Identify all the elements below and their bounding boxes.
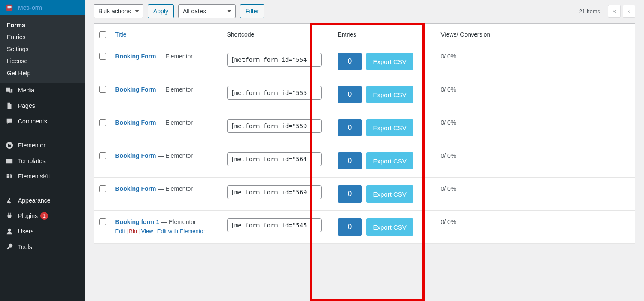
- row-checkbox[interactable]: [99, 218, 106, 225]
- entries-count[interactable]: 0: [338, 119, 362, 136]
- sidebar-item-plugins[interactable]: Plugins1: [0, 208, 85, 224]
- form-title-link[interactable]: Booking form 1: [115, 218, 160, 225]
- sidebar-submenu: Forms Entries Settings License Get Help: [0, 15, 85, 83]
- row-checkbox[interactable]: [99, 119, 106, 126]
- sidebar-item-label: Elementor: [18, 142, 46, 149]
- sidebar-item-metform[interactable]: MetForm: [0, 0, 85, 15]
- appearance-icon: [5, 196, 14, 205]
- form-state: — Elementor: [156, 86, 193, 93]
- elementor-icon: [5, 141, 14, 150]
- bulk-actions-select[interactable]: Bulk actions: [94, 4, 143, 18]
- submenu-get-help[interactable]: Get Help: [0, 67, 85, 79]
- submenu-license[interactable]: License: [0, 55, 85, 67]
- export-csv-button[interactable]: Export CSV: [366, 152, 413, 169]
- sidebar-item-tools[interactable]: Tools: [0, 239, 85, 255]
- entries-count[interactable]: 0: [338, 86, 362, 103]
- sidebar-item-label: Templates: [18, 157, 46, 164]
- page-first-button[interactable]: «: [608, 5, 621, 18]
- sidebar-item-comments[interactable]: Comments: [0, 114, 85, 129]
- views-value: 0/ 0%: [437, 45, 635, 78]
- select-all-checkbox[interactable]: [99, 31, 106, 38]
- pages-icon: [5, 101, 14, 110]
- action-edit[interactable]: Edit: [115, 228, 125, 234]
- export-csv-button[interactable]: Export CSV: [366, 185, 413, 203]
- sidebar-item-label: Plugins: [18, 212, 38, 219]
- sidebar-item-users[interactable]: Users: [0, 224, 85, 239]
- table-row: Booking Form — Elementor0Export CSV0/ 0%: [94, 78, 635, 111]
- shortcode-field[interactable]: [227, 119, 322, 133]
- action-edit-elementor[interactable]: Edit with Elementor: [157, 228, 205, 234]
- sidebar-item-elementor[interactable]: Elementor: [0, 138, 85, 153]
- sidebar-item-label: Users: [18, 228, 34, 235]
- entries-count[interactable]: 0: [338, 218, 362, 236]
- sidebar-item-label: Tools: [18, 243, 32, 250]
- row-checkbox[interactable]: [99, 86, 106, 93]
- col-checkbox: [94, 24, 111, 45]
- page-prev-button[interactable]: ‹: [623, 5, 635, 18]
- submenu-entries[interactable]: Entries: [0, 31, 85, 43]
- form-title-link[interactable]: Booking Form: [115, 86, 156, 93]
- table-row: Booking Form — Elementor0Export CSV0/ 0%: [94, 111, 635, 144]
- action-bin[interactable]: Bin: [129, 228, 137, 234]
- col-views: Views/ Conversion: [437, 24, 635, 45]
- col-entries: Entries: [334, 24, 437, 45]
- sidebar-label-metform: MetForm: [18, 4, 42, 11]
- entries-count[interactable]: 0: [338, 185, 362, 203]
- form-title-link[interactable]: Booking Form: [115, 53, 156, 60]
- main-content: Bulk actions Apply All dates Filter 21 i…: [85, 0, 644, 301]
- metform-icon: [5, 3, 14, 12]
- views-value: 0/ 0%: [437, 78, 635, 111]
- export-csv-button[interactable]: Export CSV: [366, 86, 413, 103]
- sidebar-item-label: ElementsKit: [18, 173, 50, 180]
- views-value: 0/ 0%: [437, 111, 635, 144]
- export-csv-button[interactable]: Export CSV: [366, 53, 413, 70]
- col-title[interactable]: Title: [111, 24, 223, 45]
- comments-icon: [5, 117, 14, 126]
- row-checkbox[interactable]: [99, 152, 106, 159]
- sidebar-item-label: Appearance: [18, 197, 51, 204]
- export-csv-button[interactable]: Export CSV: [366, 119, 413, 136]
- form-state: — Elementor: [159, 218, 196, 225]
- admin-sidebar: MetForm Forms Entries Settings License G…: [0, 0, 85, 301]
- entries-count[interactable]: 0: [338, 152, 362, 169]
- shortcode-field[interactable]: [227, 86, 322, 100]
- col-shortcode: Shortcode: [223, 24, 334, 45]
- forms-table: Title Shortcode Entries Views/ Conversio…: [94, 23, 635, 244]
- submenu-forms[interactable]: Forms: [0, 19, 85, 31]
- pagination: « ‹: [608, 5, 635, 18]
- svg-point-2: [8, 229, 11, 232]
- sidebar-item-appearance[interactable]: Appearance: [0, 193, 85, 208]
- apply-button[interactable]: Apply: [148, 4, 174, 18]
- form-state: — Elementor: [156, 53, 193, 60]
- views-value: 0/ 0%: [437, 211, 635, 244]
- row-checkbox[interactable]: [99, 53, 106, 60]
- table-row: Booking Form — Elementor0Export CSV0/ 0%: [94, 178, 635, 211]
- users-icon: [5, 227, 14, 236]
- shortcode-field[interactable]: [227, 53, 322, 67]
- form-title-link[interactable]: Booking Form: [115, 152, 156, 159]
- entries-count[interactable]: 0: [338, 53, 362, 70]
- form-state: — Elementor: [156, 119, 193, 126]
- form-title-link[interactable]: Booking Form: [115, 185, 156, 192]
- views-value: 0/ 0%: [437, 178, 635, 211]
- action-view[interactable]: View: [141, 228, 153, 234]
- shortcode-field[interactable]: [227, 185, 322, 199]
- sidebar-item-label: Pages: [18, 102, 35, 109]
- submenu-settings[interactable]: Settings: [0, 43, 85, 55]
- list-toolbar: Bulk actions Apply All dates Filter 21 i…: [85, 0, 644, 23]
- table-row: Booking form 1 — ElementorEdit|Bin|View|…: [94, 211, 635, 244]
- sidebar-item-templates[interactable]: Templates: [0, 153, 85, 169]
- filter-button[interactable]: Filter: [240, 4, 264, 18]
- table-row: Booking Form — Elementor0Export CSV0/ 0%: [94, 144, 635, 178]
- templates-icon: [5, 157, 14, 165]
- shortcode-field[interactable]: [227, 152, 322, 166]
- sidebar-item-elementskit[interactable]: ElementsKit: [0, 169, 85, 184]
- form-title-link[interactable]: Booking Form: [115, 119, 156, 126]
- sidebar-item-media[interactable]: Media: [0, 83, 85, 98]
- sidebar-item-label: Media: [18, 87, 34, 94]
- sidebar-item-pages[interactable]: Pages: [0, 98, 85, 114]
- shortcode-field[interactable]: [227, 218, 322, 232]
- row-checkbox[interactable]: [99, 185, 106, 192]
- date-filter-select[interactable]: All dates: [178, 4, 236, 18]
- export-csv-button[interactable]: Export CSV: [366, 218, 413, 236]
